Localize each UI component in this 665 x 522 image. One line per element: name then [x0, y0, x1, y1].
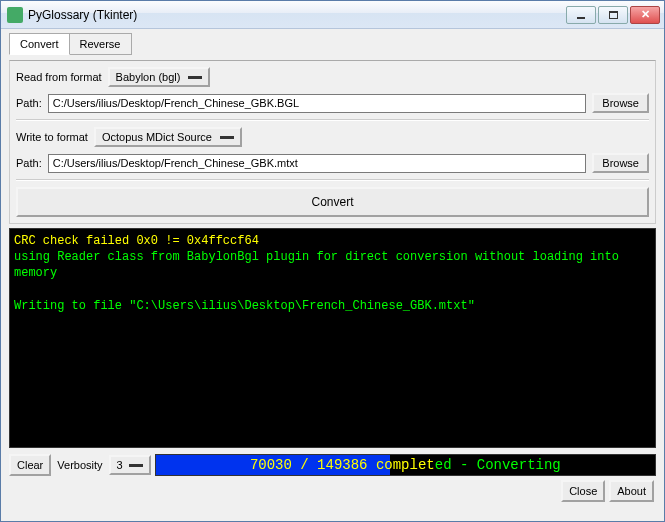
dropdown-arrow-icon [129, 464, 143, 467]
app-icon [7, 7, 23, 23]
read-path-label: Path: [16, 97, 42, 109]
read-path-input[interactable] [48, 94, 587, 113]
write-path-label: Path: [16, 157, 42, 169]
write-format-value: Octopus MDict Source [102, 131, 212, 143]
close-icon: ✕ [641, 8, 650, 21]
minimize-button[interactable] [566, 6, 596, 24]
read-format-label: Read from format [16, 71, 102, 83]
read-format-row: Read from format Babylon (bgl) [16, 67, 649, 87]
minimize-icon [577, 17, 585, 19]
window-title: PyGlossary (Tkinter) [28, 8, 566, 22]
write-format-row: Write to format Octopus MDict Source [16, 127, 649, 147]
tab-convert[interactable]: Convert [9, 33, 70, 55]
log-line-info: using Reader class from BabylonBgl plugi… [14, 250, 626, 280]
clear-button[interactable]: Clear [9, 454, 51, 476]
convert-button[interactable]: Convert [16, 187, 649, 217]
about-button[interactable]: About [609, 480, 654, 502]
tab-reverse[interactable]: Reverse [69, 33, 132, 55]
progress-text: 70030 / 149386 completed - Converting [156, 455, 655, 475]
read-format-value: Babylon (bgl) [116, 71, 181, 83]
separator [16, 179, 649, 181]
status-row: Clear Verbosity 3 70030 / 149386 complet… [9, 454, 656, 476]
read-browse-button[interactable]: Browse [592, 93, 649, 113]
verbosity-group: Verbosity 3 [55, 455, 150, 475]
verbosity-dropdown[interactable]: 3 [109, 455, 151, 475]
separator [16, 119, 649, 121]
write-browse-button[interactable]: Browse [592, 153, 649, 173]
maximize-icon [609, 11, 618, 19]
close-button[interactable]: Close [561, 480, 605, 502]
content-area: Convert Reverse Read from format Babylon… [1, 29, 664, 521]
log-terminal[interactable]: CRC check failed 0x0 != 0x4ffccf64 using… [9, 228, 656, 448]
progress-bar: 70030 / 149386 completed - Converting [155, 454, 656, 476]
maximize-button[interactable] [598, 6, 628, 24]
write-format-label: Write to format [16, 131, 88, 143]
verbosity-value: 3 [117, 459, 123, 471]
log-line-info: Writing to file "C:\Users\ilius\Desktop\… [14, 299, 475, 313]
dropdown-arrow-icon [188, 76, 202, 79]
progress-text-unfilled: ed - Converting [435, 457, 561, 473]
write-path-input[interactable] [48, 154, 587, 173]
log-line-warning: CRC check failed 0x0 != 0x4ffccf64 [14, 234, 259, 248]
read-path-row: Path: Browse [16, 93, 649, 113]
verbosity-label: Verbosity [55, 459, 104, 471]
read-format-dropdown[interactable]: Babylon (bgl) [108, 67, 211, 87]
tab-bar: Convert Reverse [9, 33, 656, 55]
write-format-dropdown[interactable]: Octopus MDict Source [94, 127, 242, 147]
close-window-button[interactable]: ✕ [630, 6, 660, 24]
convert-panel: Read from format Babylon (bgl) Path: Bro… [9, 60, 656, 224]
titlebar: PyGlossary (Tkinter) ✕ [1, 1, 664, 29]
dropdown-arrow-icon [220, 136, 234, 139]
app-window: PyGlossary (Tkinter) ✕ Convert Reverse R… [0, 0, 665, 522]
footer-row: Close About [9, 480, 656, 502]
window-controls: ✕ [566, 6, 664, 24]
progress-text-filled: 70030 / 149386 complet [250, 457, 435, 473]
write-path-row: Path: Browse [16, 153, 649, 173]
